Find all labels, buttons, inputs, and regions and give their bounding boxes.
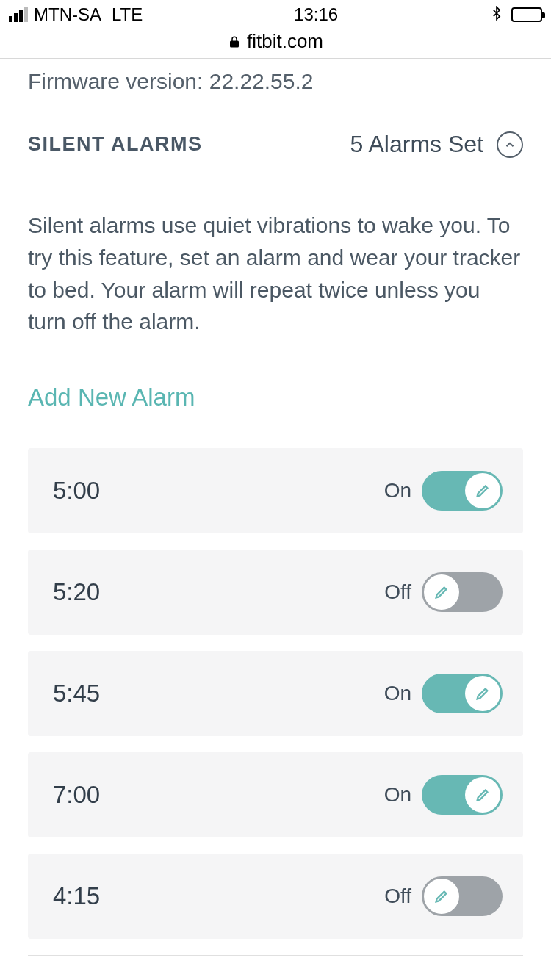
alarm-row[interactable]: 5:00On (28, 448, 523, 533)
alarm-toggle[interactable] (422, 572, 503, 612)
alarm-time: 5:00 (53, 477, 100, 505)
network-label: LTE (112, 4, 143, 25)
bluetooth-icon (489, 4, 504, 25)
pencil-icon (465, 473, 500, 508)
chevron-up-icon[interactable] (497, 131, 523, 158)
silent-alarms-count: 5 Alarms Set (350, 131, 483, 158)
status-bar-right (489, 4, 542, 25)
alarm-time: 5:45 (53, 680, 100, 707)
url-domain: fitbit.com (247, 30, 323, 53)
pencil-icon (465, 777, 500, 813)
alarm-row[interactable]: 5:20Off (28, 550, 523, 635)
browser-url-bar[interactable]: fitbit.com (0, 29, 551, 59)
pencil-icon (465, 676, 500, 711)
add-new-alarm-link[interactable]: Add New Alarm (28, 383, 523, 448)
silent-alarms-header[interactable]: SILENT ALARMS 5 Alarms Set (28, 131, 523, 209)
alarm-row[interactable]: 4:15Off (28, 854, 523, 939)
signal-icon (9, 7, 28, 22)
alarm-time: 7:00 (53, 781, 100, 809)
pencil-icon (424, 879, 459, 914)
alarm-toggle[interactable] (422, 876, 503, 916)
alarm-state-label: Off (384, 580, 411, 604)
carrier-label: MTN-SA (34, 4, 101, 25)
alarm-state-label: Off (384, 884, 411, 908)
lock-icon (228, 35, 241, 48)
alarm-state-label: On (384, 682, 411, 705)
alarm-state-label: On (384, 783, 411, 807)
status-bar: MTN-SA LTE 13:16 (0, 0, 551, 29)
alarm-toggle[interactable] (422, 775, 503, 815)
alarm-row[interactable]: 7:00On (28, 752, 523, 837)
battery-icon (511, 7, 542, 22)
status-bar-time: 13:16 (294, 4, 338, 25)
alarm-toggle[interactable] (422, 471, 503, 511)
pencil-icon (424, 574, 459, 610)
alarm-time: 5:20 (53, 578, 100, 606)
firmware-version: Firmware version: 22.22.55.2 (28, 59, 523, 131)
alarm-state-label: On (384, 479, 411, 502)
alarm-time: 4:15 (53, 882, 100, 910)
silent-alarms-description: Silent alarms use quiet vibrations to wa… (28, 209, 523, 383)
alarm-toggle[interactable] (422, 674, 503, 713)
reminders-to-move-header[interactable]: REMINDERS TO MOVE 9 hrs/day (28, 956, 523, 980)
silent-alarms-title: SILENT ALARMS (28, 133, 203, 156)
alarm-row[interactable]: 5:45On (28, 651, 523, 736)
status-bar-left: MTN-SA LTE (9, 4, 143, 25)
